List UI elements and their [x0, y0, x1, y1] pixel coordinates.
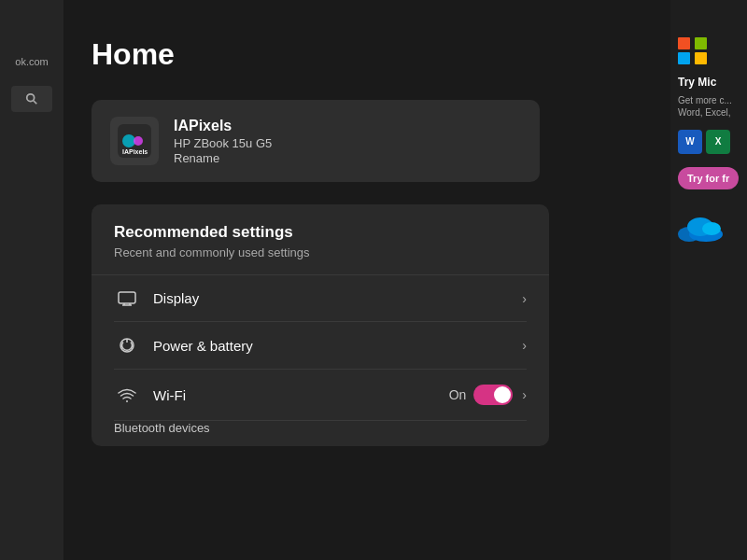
- wifi-label: Wi-Fi: [153, 387, 449, 403]
- settings-item-display[interactable]: Display ›: [114, 275, 527, 322]
- recommended-title: Recommended settings: [114, 223, 527, 242]
- app-icons-row: W X: [678, 130, 730, 154]
- iapixels-logo-icon: IAPixels: [118, 124, 151, 158]
- ad-subtitle: Get more c... Word, Excel,: [678, 94, 740, 119]
- bluetooth-partial-label: Bluetooth devices: [114, 421, 527, 446]
- sidebar: ok.com: [0, 0, 63, 560]
- svg-point-16: [702, 222, 721, 235]
- svg-point-4: [134, 136, 143, 146]
- device-model: HP ZBook 15u G5: [174, 136, 272, 150]
- recommended-subtitle: Recent and commonly used settings: [114, 245, 527, 259]
- main-content: Home IAPixels IAPixels HP ZBook 15u G5 R…: [63, 0, 670, 560]
- wifi-toggle[interactable]: [473, 385, 513, 405]
- svg-point-12: [126, 400, 128, 402]
- ms-logo-red: [678, 37, 690, 49]
- svg-point-0: [27, 94, 35, 102]
- ms-logo-blue: [678, 52, 690, 64]
- page-title: Home: [92, 37, 642, 72]
- wifi-chevron: ›: [522, 387, 527, 402]
- ms-logo-yellow: [695, 52, 707, 64]
- svg-line-1: [34, 101, 37, 105]
- device-icon-container: IAPixels: [110, 117, 159, 165]
- sidebar-site-name: ok.com: [15, 56, 48, 67]
- display-chevron: ›: [522, 291, 527, 306]
- power-chevron: ›: [522, 338, 527, 353]
- svg-rect-6: [119, 292, 135, 303]
- device-info: IAPixels HP ZBook 15u G5 Rename: [174, 118, 272, 165]
- svg-point-3: [122, 134, 135, 147]
- ms-logo-green: [695, 37, 707, 49]
- search-icon: [25, 92, 38, 105]
- excel-icon: X: [706, 130, 730, 154]
- microsoft-logo: [678, 37, 708, 64]
- word-icon: W: [678, 130, 702, 154]
- wifi-status: On: [449, 387, 467, 402]
- power-icon: [114, 337, 140, 354]
- device-card: IAPixels IAPixels HP ZBook 15u G5 Rename: [92, 100, 540, 182]
- svg-text:IAPixels: IAPixels: [122, 148, 148, 155]
- right-ad-panel: Try Mic Get more c... Word, Excel, W X T…: [670, 0, 747, 560]
- recommended-settings-panel: Recommended settings Recent and commonly…: [92, 204, 549, 446]
- display-icon: [114, 291, 140, 306]
- settings-item-power[interactable]: Power & battery ›: [114, 322, 527, 370]
- ad-title: Try Mic: [678, 76, 716, 91]
- device-name: IAPixels: [174, 118, 272, 134]
- onedrive-icon: [678, 212, 723, 248]
- settings-item-wifi[interactable]: Wi-Fi On ›: [114, 370, 527, 421]
- try-button[interactable]: Try for fr: [678, 167, 739, 189]
- display-label: Display: [153, 290, 522, 306]
- device-rename-link[interactable]: Rename: [174, 151, 272, 165]
- wifi-toggle-thumb: [494, 386, 511, 403]
- wifi-icon: [114, 387, 140, 402]
- power-label: Power & battery: [153, 338, 522, 354]
- search-box[interactable]: [11, 86, 52, 112]
